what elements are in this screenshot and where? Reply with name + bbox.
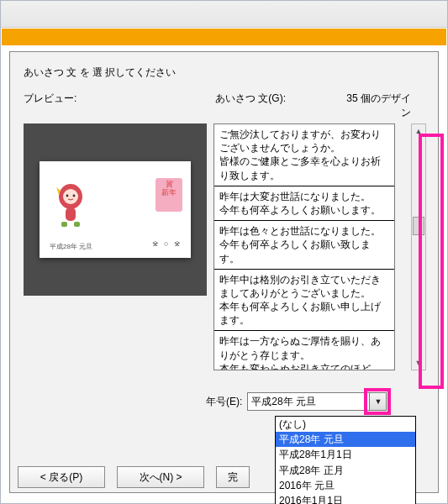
stamp-graphic: 賀 新年 (155, 178, 182, 212)
scroll-down-icon[interactable]: ▼ (412, 356, 425, 370)
era-select[interactable]: 平成28年 元旦 ▼ (247, 392, 387, 411)
preview-box: 賀 新年 ※ ○ ※ 平成28年 元旦 (24, 123, 207, 296)
scroll-thumb[interactable] (413, 217, 424, 235)
era-row: 年号(E): 平成28年 元旦 ▼ (206, 392, 387, 411)
svg-rect-5 (61, 222, 67, 227)
svg-point-1 (63, 189, 78, 204)
era-selected-value: 平成28年 元旦 (251, 395, 316, 409)
era-option[interactable]: 平成28年1月1日 (276, 447, 415, 462)
era-option[interactable]: 2016年 元旦 (276, 478, 415, 493)
list-item[interactable]: ご無沙汰しておりますが、お変わりございませんでしょうか。皆様のご健康とご多幸を心… (214, 124, 394, 186)
design-count: 35 個のデザイン (341, 92, 426, 120)
wizard-buttons: < 戻る(P) 次へ(N) > 完 (18, 466, 250, 488)
mascot-icon (51, 180, 90, 228)
next-button[interactable]: 次へ(N) > (117, 466, 204, 488)
stamp-line2: 新年 (155, 189, 182, 197)
card-decor: ※ ○ ※ (152, 239, 182, 248)
list-item[interactable]: 昨年は一方ならぬご厚情を賜り、ありがとう存じます。本年も変わらぬお引き立てのほど (214, 331, 394, 370)
app-window: あいさつ 文 を 選 択してください プレビュー: あいさつ 文(G): 35 … (0, 0, 448, 504)
era-option[interactable]: 平成28年 元旦 (276, 432, 415, 447)
scrollbar[interactable]: ▲ ▼ (411, 123, 426, 370)
scroll-up-icon[interactable]: ▲ (412, 124, 425, 138)
svg-rect-6 (74, 222, 80, 227)
era-option[interactable]: 平成28年 正月 (276, 463, 415, 478)
finish-button[interactable]: 完 (216, 466, 250, 488)
preview-card: 賀 新年 ※ ○ ※ 平成28年 元旦 (40, 161, 191, 258)
svg-rect-4 (66, 207, 76, 221)
chevron-down-icon: ▼ (374, 397, 382, 406)
era-option[interactable]: 2016年1月1日 (276, 493, 415, 504)
instruction-text: あいさつ 文 を 選 択してください (24, 66, 426, 80)
era-option[interactable]: (なし) (276, 417, 415, 432)
greeting-list[interactable]: ご無沙汰しておりますが、お変わりございませんでしょうか。皆様のご健康とご多幸を心… (213, 123, 395, 370)
back-button[interactable]: < 戻る(P) (18, 466, 105, 488)
list-item[interactable]: 昨年は色々とお世話になりました。今年も何卒よろしくお願い致します。 (214, 221, 394, 270)
list-item[interactable]: 昨年中は格別のお引き立ていただきましてありがとうございました。本年も何卒よろしく… (214, 270, 394, 332)
dropdown-button[interactable]: ▼ (369, 393, 386, 410)
greeting-list-wrap: ご無沙汰しておりますが、お変わりございませんでしょうか。皆様のご健康とご多幸を心… (213, 123, 426, 370)
preview-label: プレビュー: (24, 92, 215, 120)
era-label: 年号(E): (206, 395, 242, 409)
era-dropdown-list[interactable]: (なし) 平成28年 元旦 平成28年1月1日 平成28年 正月 2016年 元… (275, 416, 416, 504)
header-band (2, 29, 446, 45)
svg-point-3 (73, 195, 76, 197)
list-item[interactable]: 昨年は大変お世話になりました。今年も何卒よろしくお願いします。 (214, 186, 394, 221)
titlebar (1, 1, 447, 28)
svg-point-2 (66, 195, 69, 197)
card-year: 平成28年 元旦 (50, 242, 92, 251)
labels-row: プレビュー: あいさつ 文(G): 35 個のデザイン (24, 92, 426, 120)
greeting-label: あいさつ 文(G): (215, 92, 341, 120)
